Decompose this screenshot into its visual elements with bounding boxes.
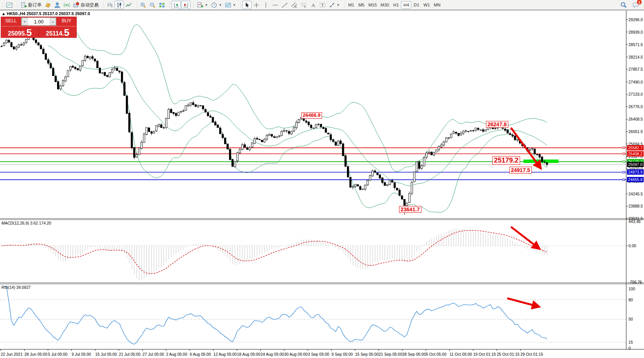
time-axis-label: 5 Oct 05:00 — [426, 352, 446, 356]
trend-arrows[interactable] — [507, 128, 540, 307]
price-callout-23641.7[interactable]: 23641.7 — [399, 206, 421, 213]
time-axis-label: 15 Sep 05:00 — [355, 352, 379, 356]
toolbar-group-handle[interactable] — [102, 1, 104, 9]
signals-button[interactable] — [62, 1, 71, 9]
arrows-button-dropdown-arrow-icon[interactable]: ▼ — [337, 3, 340, 7]
price-tag-level[interactable]: 24655.8 — [627, 177, 644, 182]
profiles-button[interactable] — [53, 1, 62, 9]
price-callout-25179.2[interactable]: 25179.2 — [492, 156, 520, 165]
downtrend-arrow-rsi[interactable] — [507, 298, 539, 307]
cursor-icon — [244, 2, 250, 8]
price-tag-level[interactable]: 24873.9 — [627, 169, 644, 175]
trendline-button[interactable] — [280, 1, 289, 9]
buy-price-int: 25114. — [46, 31, 64, 37]
price-tag-level[interactable]: 25582.7 — [627, 145, 644, 150]
svg-text:F: F — [304, 6, 306, 8]
line-chart-button[interactable] — [124, 1, 133, 9]
one-click-trading-panel: SELL ▼ 1.00 ▲ BUY 25095. 5 25114. 5 — [1, 17, 77, 38]
time-axis-label: 6 Aug 05:00 — [190, 352, 211, 356]
channel-button[interactable]: E — [289, 1, 299, 9]
volume-increase-button[interactable]: ▲ — [50, 18, 56, 25]
support-resistance-lines[interactable] — [0, 147, 626, 181]
price-axis-tick: 28939.0 — [629, 30, 643, 34]
indicators-button[interactable]: ▼ — [195, 1, 209, 9]
tile-windows-button[interactable] — [157, 1, 167, 9]
market-button[interactable] — [43, 1, 53, 9]
chart-shift-button[interactable] — [181, 1, 190, 9]
timeframe-button-m15[interactable]: M15 — [367, 1, 379, 9]
timeframe-button-h4[interactable]: H4 — [401, 1, 411, 9]
crosshair-button[interactable] — [252, 1, 261, 9]
sell-price[interactable]: 25095. 5 — [1, 26, 39, 37]
price-callout-26247.8[interactable]: 26247.8 — [486, 121, 508, 128]
cursor-button[interactable] — [242, 1, 252, 9]
timeframe-button-w1[interactable]: W1 — [421, 1, 432, 9]
chart-area[interactable]: 29296.028939.028571.528214.527857.527490… — [0, 11, 644, 358]
time-axis-label: 5 Jul 05:00 — [48, 352, 67, 356]
sell-button[interactable]: SELL — [1, 17, 21, 26]
templates-button[interactable]: ▼ — [223, 1, 237, 9]
zoom-in-button[interactable] — [138, 1, 148, 9]
text-button[interactable]: A — [308, 1, 318, 9]
time-axis-label: 29 Oct 01:15 — [520, 352, 543, 356]
price-callout-24917.5[interactable]: 24917.5 — [509, 167, 532, 174]
toolbar-group-chart-type — [101, 0, 135, 10]
time-axis-label: 11 Oct 05:00 — [450, 352, 472, 356]
timeframe-button-m1[interactable]: M1 — [346, 1, 356, 9]
toolbar-group-handle[interactable] — [136, 1, 138, 9]
timeframe-button-m30[interactable]: M30 — [379, 1, 391, 9]
toolbar-group-handle[interactable] — [240, 1, 242, 9]
time-axis-label: 9 Sep 05:00 — [331, 352, 353, 356]
search-button[interactable] — [619, 1, 628, 9]
sell-price-int: 25095. — [8, 31, 26, 37]
buy-price[interactable]: 25114. 5 — [39, 26, 76, 37]
price-axis-tick: 28571.5 — [629, 42, 643, 47]
time-axis-label: 21 Sep 05:00 — [379, 352, 402, 356]
periods-button[interactable]: ▼ — [209, 1, 223, 9]
bar-chart-button[interactable] — [105, 1, 115, 9]
toolbar-group-handle[interactable] — [193, 1, 195, 9]
templates-button-dropdown-arrow-icon[interactable]: ▼ — [233, 3, 236, 7]
trading-terminal-window: 新订单自动交易▼▼▼EFAT▼M1M5M15M30H1H4D1W1MN1 292… — [0, 0, 644, 358]
horizontal-line-button[interactable] — [271, 1, 280, 9]
bars-icon — [107, 2, 113, 8]
volume-decrease-button[interactable]: ▼ — [22, 18, 28, 25]
price-tag-current: 25097.0 — [627, 162, 644, 167]
rsi-axis-tick: 80 — [629, 298, 633, 302]
bollinger-middle-band — [48, 46, 547, 186]
autotrading-icon — [73, 2, 79, 8]
price-tag-level[interactable]: 25408.2 — [627, 151, 644, 157]
toolbar-group-handle[interactable] — [344, 1, 345, 9]
buy-button[interactable]: BUY — [57, 17, 76, 26]
shift-icon — [183, 2, 189, 8]
timeframe-button-h1[interactable]: H1 — [391, 1, 401, 9]
timeframe-button-mn[interactable]: MN — [432, 1, 443, 9]
toolbar-group-handle[interactable] — [16, 1, 18, 9]
periods-button-dropdown-arrow-icon[interactable]: ▼ — [219, 3, 222, 7]
zoom-out-button[interactable] — [148, 1, 157, 9]
fibonacci-button[interactable]: F — [299, 1, 308, 9]
chart-canvas[interactable] — [0, 11, 644, 358]
autotrading-button[interactable]: 自动交易 — [71, 1, 100, 9]
macd-axis-tick: 443.46 — [629, 219, 641, 224]
time-axis-label: 19 Oct 01:15 — [473, 352, 496, 356]
volume-value[interactable]: 1.00 — [28, 18, 50, 25]
collapse-arrow-icon[interactable]: ▲ — [2, 11, 6, 16]
chat-button[interactable]: 1 — [631, 1, 640, 9]
candlestick-button[interactable] — [115, 1, 124, 9]
new-chart-button[interactable] — [5, 1, 14, 9]
arrows-button[interactable]: ▼ — [327, 1, 341, 9]
time-axis-label: 21 Jul 05:00 — [119, 352, 141, 356]
label-button[interactable]: T — [318, 1, 327, 9]
price-callout-26466.9[interactable]: 26466.9 — [301, 112, 322, 119]
timeframe-button-m5[interactable]: M5 — [356, 1, 367, 9]
toolbar-group-scroll — [168, 0, 192, 10]
new-order-button[interactable]: 新订单 — [19, 1, 43, 9]
toolbar-group-handle[interactable] — [2, 1, 4, 9]
vertical-line-button[interactable] — [261, 1, 271, 9]
timeframe-button-d1[interactable]: D1 — [411, 1, 421, 9]
toolbar-group-handle[interactable] — [169, 1, 171, 9]
indicators-button-dropdown-arrow-icon[interactable]: ▼ — [205, 3, 208, 7]
auto-scroll-button[interactable] — [172, 1, 181, 9]
indicators-icon — [197, 2, 203, 8]
